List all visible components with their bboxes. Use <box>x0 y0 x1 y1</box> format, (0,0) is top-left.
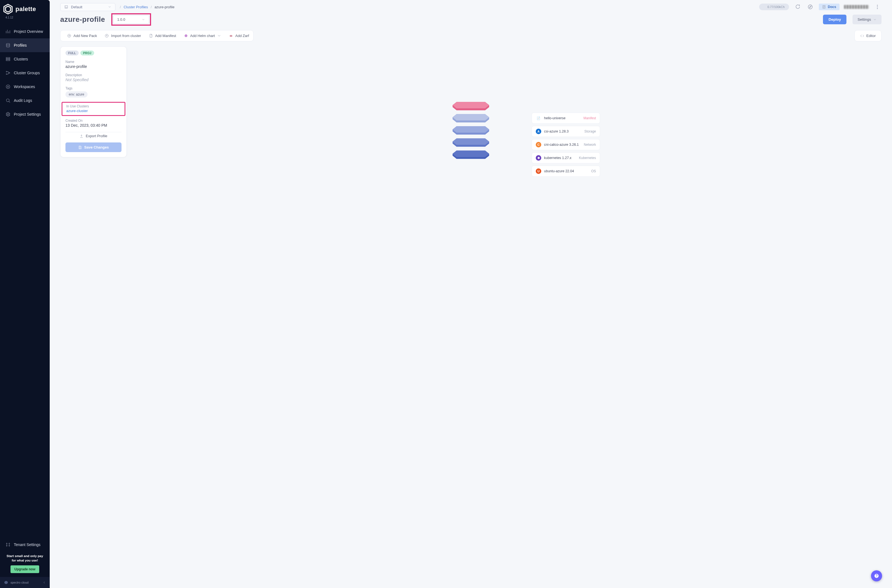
svg-point-9 <box>6 85 10 88</box>
legend-kind: Storage <box>584 129 596 134</box>
nav-label: Tenant Settings <box>14 543 41 547</box>
legend-glyph: 📄 <box>536 116 541 121</box>
sidebar-item-audit-logs[interactable]: Audit Logs <box>0 94 50 107</box>
in-use-highlight: In Use Clusters azure-cluster <box>62 102 125 116</box>
chat-icon[interactable] <box>793 3 802 11</box>
legend-glyph: U <box>536 168 541 174</box>
legend-kind: Manifest <box>584 116 596 120</box>
brand-name: spectro cloud <box>11 581 29 584</box>
export-profile-button[interactable]: Export Profile <box>65 132 122 140</box>
menu-dots-icon[interactable] <box>873 3 881 11</box>
layer-stack <box>438 110 504 182</box>
svg-point-15 <box>808 5 812 9</box>
project-name: Default <box>71 5 82 9</box>
canvas: FULL PROJ Name azure-profile Description… <box>52 46 890 588</box>
add-pack-button[interactable]: Add New Pack <box>67 34 97 38</box>
legend-title: csi-azure 1.28.3 <box>544 129 569 134</box>
version-value: 1.0.0 <box>117 17 125 21</box>
tenant-settings-icon <box>6 542 11 547</box>
overview-icon <box>6 29 11 34</box>
docs-button[interactable]: Docs <box>819 4 839 10</box>
name-label: Name <box>60 60 126 64</box>
legend-title: ubuntu-azure 22.04 <box>544 169 574 173</box>
export-icon <box>80 134 83 138</box>
svg-point-12 <box>8 114 9 115</box>
sidebar-item-project-overview[interactable]: Project Overview <box>0 25 50 38</box>
svg-point-17 <box>877 5 878 6</box>
compass-icon[interactable] <box>806 3 814 11</box>
add-manifest-button[interactable]: Add Manifest <box>149 34 176 38</box>
profiles-icon <box>6 43 11 48</box>
breadcrumb-link[interactable]: Cluster Profiles <box>124 5 148 9</box>
inuse-label: In Use Clusters <box>66 104 121 108</box>
inuse-cluster-link[interactable]: azure-cluster <box>66 109 121 113</box>
version-dropdown[interactable]: 1.0.0 <box>113 15 149 24</box>
upgrade-button[interactable]: Upgrade now <box>11 566 39 573</box>
svg-point-19 <box>877 8 878 9</box>
svg-marker-13 <box>5 581 8 584</box>
layer-0[interactable] <box>438 99 504 111</box>
badge-proj: PROJ <box>80 51 94 56</box>
breadcrumb: / Cluster Profiles / azure-profile <box>120 5 174 9</box>
sidebar-item-cluster-groups[interactable]: Cluster Groups <box>0 66 50 80</box>
toolbar-wrap: Add New Pack Import from cluster Add Man… <box>52 28 890 46</box>
sidebar-item-workspaces[interactable]: Workspaces <box>0 80 50 94</box>
legend-item-1[interactable]: A csi-azure 1.28.3 Storage <box>532 126 600 137</box>
legend-item-4[interactable]: U ubuntu-azure 22.04 OS <box>532 166 600 177</box>
layer-3[interactable] <box>438 135 504 148</box>
helm-icon <box>184 34 188 38</box>
download-circle-icon <box>105 34 109 38</box>
created-label: Created On <box>60 119 126 123</box>
usage-pill[interactable]: 0.77/100kCh <box>759 4 789 10</box>
user-name-redacted[interactable] <box>844 5 869 9</box>
svg-marker-30 <box>453 139 489 145</box>
legend-glyph: A <box>536 129 541 134</box>
zarf-icon <box>229 34 233 38</box>
badge-full: FULL <box>65 51 79 56</box>
name-value: azure-profile <box>60 64 126 69</box>
svg-point-22 <box>185 34 187 37</box>
legend-glyph: ✱ <box>536 155 541 160</box>
svg-marker-1 <box>6 6 11 12</box>
clusters-icon <box>6 57 11 62</box>
sidebar-item-tenant-settings[interactable]: Tenant Settings <box>0 538 50 552</box>
settings-button[interactable]: Settings <box>853 15 881 24</box>
add-zarf-button[interactable]: Add Zarf <box>229 34 249 38</box>
editor-button[interactable]: Editor <box>854 30 881 41</box>
help-fab[interactable] <box>871 570 882 581</box>
project-selector[interactable]: Default <box>60 3 116 11</box>
legend-kind: OS <box>591 169 596 173</box>
add-helm-button[interactable]: Add Helm chart <box>184 34 221 38</box>
brand-footer[interactable]: spectro cloud <box>0 577 50 588</box>
desc-label: Description <box>60 73 126 77</box>
sidebar-item-project-settings[interactable]: Project Settings <box>0 107 50 121</box>
nav-label: Project Overview <box>14 29 43 34</box>
legend-item-2[interactable]: C cni-calico-azure 3.26.1 Network <box>532 139 600 150</box>
svg-rect-23 <box>230 35 232 37</box>
import-cluster-button[interactable]: Import from cluster <box>105 34 141 38</box>
svg-marker-26 <box>453 114 489 121</box>
legend-title: kubernetes 1.27.x <box>544 156 571 160</box>
sidebar-item-profiles[interactable]: Profiles <box>0 38 50 52</box>
legend-kind: Kubernetes <box>579 156 596 160</box>
sidebar-item-clusters[interactable]: Clusters <box>0 52 50 66</box>
layer-1[interactable] <box>438 111 504 124</box>
chevron-down-icon <box>217 34 221 38</box>
nav-label: Cluster Groups <box>14 70 40 75</box>
deploy-button[interactable]: Deploy <box>823 15 847 24</box>
nav: Project Overview Profiles Clusters Clust… <box>0 25 50 577</box>
legend-item-0[interactable]: 📄 hello-universe Manifest <box>532 112 600 124</box>
nav-label: Audit Logs <box>14 98 32 103</box>
nav-label: Workspaces <box>14 84 35 89</box>
chevron-left-icon <box>42 581 46 584</box>
layer-2[interactable] <box>438 123 504 136</box>
save-changes-button[interactable]: Save Changes <box>65 142 122 152</box>
topbar: Default / Cluster Profiles / azure-profi… <box>52 0 890 12</box>
main: Default / Cluster Profiles / azure-profi… <box>50 0 892 588</box>
layer-4[interactable] <box>438 147 504 160</box>
upgrade-line2: for what you use! <box>3 558 47 562</box>
legend-item-3[interactable]: ✱ kubernetes 1.27.x Kubernetes <box>532 152 600 164</box>
legend-title: hello-universe <box>544 116 566 120</box>
chevron-down-icon <box>873 18 877 21</box>
breadcrumb-current: azure-profile <box>155 5 174 9</box>
